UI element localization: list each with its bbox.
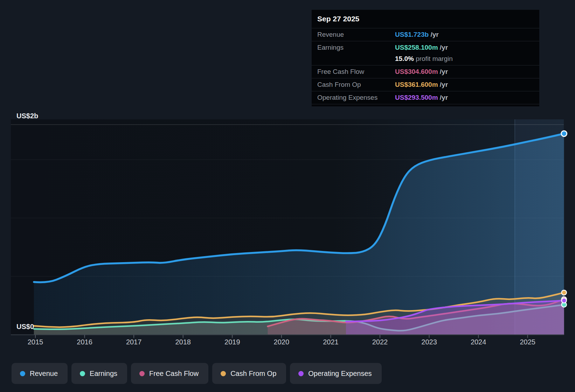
tooltip-value: US$258.100m — [395, 44, 438, 51]
legend-label: Free Cash Flow — [149, 370, 199, 378]
y-axis-zero-label: US$0 — [16, 323, 34, 330]
legend-item-operating-expenses[interactable]: Operating Expenses — [290, 363, 381, 384]
tooltip-row-cash-from-op: Cash From Op US$361.600m /yr — [312, 78, 539, 91]
tooltip-suffix: /yr — [438, 68, 448, 75]
tooltip-value: US$293.500m — [395, 94, 438, 101]
x-axis-label: 2023 — [421, 338, 437, 346]
legend-label: Revenue — [30, 370, 58, 378]
x-axis-label: 2018 — [175, 338, 191, 346]
revenue-dot-icon — [20, 371, 25, 376]
free-cash-flow-dot-icon — [139, 371, 145, 376]
tooltip-label: Revenue — [317, 31, 395, 38]
legend-label: Operating Expenses — [308, 370, 372, 378]
tooltip-row-operating-expenses: Operating Expenses US$293.500m /yr — [312, 91, 539, 104]
data-tooltip-panel: Sep 27 2025 Revenue US$1.723b /yr Earnin… — [312, 10, 539, 106]
tooltip-label: Operating Expenses — [317, 94, 395, 102]
x-axis-label: 2017 — [126, 338, 142, 346]
tooltip-label: Cash From Op — [317, 81, 395, 89]
cash-from-op-dot-icon — [221, 371, 226, 376]
tooltip-row-revenue: Revenue US$1.723b /yr — [312, 28, 539, 41]
y-axis-max-label: US$2b — [16, 112, 38, 120]
x-axis-label: 2024 — [471, 338, 486, 346]
legend-item-free-cash-flow[interactable]: Free Cash Flow — [131, 363, 208, 384]
tooltip-date: Sep 27 2025 — [312, 10, 539, 28]
legend-label: Earnings — [90, 370, 117, 378]
tooltip-suffix: /yr — [429, 31, 439, 38]
revenue-end-dot[interactable] — [561, 131, 567, 136]
page: { "tooltip": { "date": "Sep 27 2025", "r… — [0, 0, 575, 392]
cash-from-op-end-dot[interactable] — [562, 290, 567, 295]
operating-expenses-dot-icon — [298, 371, 304, 376]
profit-margin-line: 15.0% profit margin — [395, 55, 539, 63]
tooltip-label: Earnings — [317, 44, 395, 51]
earnings-dot-icon — [80, 371, 85, 376]
x-axis-label: 2015 — [28, 338, 43, 346]
legend-item-cash-from-op[interactable]: Cash From Op — [212, 363, 286, 384]
x-axis-label: 2025 — [520, 338, 535, 346]
tooltip-value: US$361.600m — [395, 81, 438, 88]
tooltip-value: US$304.600m — [395, 68, 438, 75]
x-axis-label: 2022 — [372, 338, 388, 346]
tooltip-suffix: /yr — [438, 81, 448, 88]
tooltip-value: US$1.723b — [395, 31, 429, 38]
profit-margin-text: profit margin — [414, 55, 453, 62]
profit-margin-value: 15.0% — [395, 55, 414, 62]
x-axis-label: 2020 — [274, 338, 290, 346]
legend-label: Cash From Op — [230, 370, 276, 378]
chart-legend: Revenue Earnings Free Cash Flow Cash Fro… — [12, 363, 382, 384]
x-axis-label: 2021 — [323, 338, 339, 346]
legend-item-revenue[interactable]: Revenue — [12, 363, 68, 384]
tooltip-suffix: /yr — [438, 44, 448, 51]
tooltip-label: Free Cash Flow — [317, 68, 395, 76]
tooltip-row-earnings: Earnings US$258.100m /yr 15.0% profit ma… — [312, 41, 539, 65]
x-axis-label: 2016 — [77, 338, 92, 346]
x-axis-label: 2019 — [224, 338, 240, 346]
operating-expenses-end-dot[interactable] — [562, 298, 567, 303]
legend-item-earnings[interactable]: Earnings — [71, 363, 127, 384]
tooltip-suffix: /yr — [438, 94, 448, 101]
tooltip-row-free-cash-flow: Free Cash Flow US$304.600m /yr — [312, 65, 539, 78]
